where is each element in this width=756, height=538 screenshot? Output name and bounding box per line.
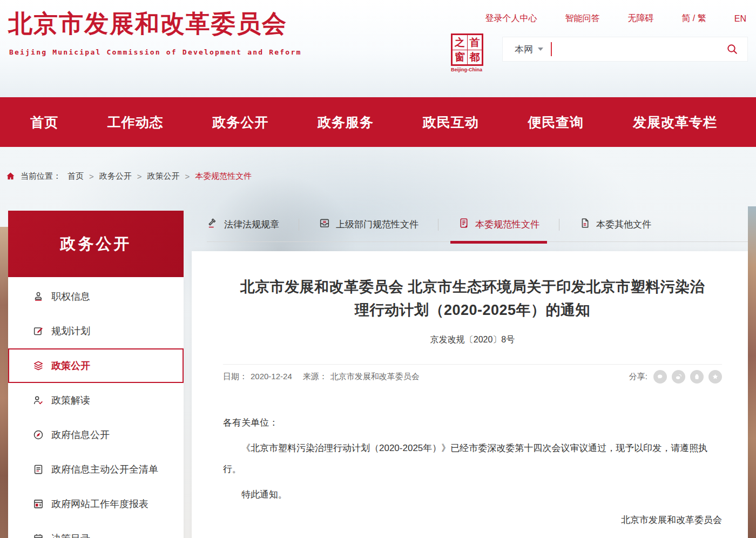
annual-report-icon (32, 498, 44, 510)
sidebar-menu: 职权信息 规划计划 政策公开 政策解读 (8, 277, 184, 538)
site-header: 北京市发展和改革委员会 Beijing Municipal Commission… (0, 0, 756, 97)
sidebar-item-label: 政策公开 (51, 359, 90, 372)
gavel-icon (207, 217, 219, 232)
share-toolbar: 分享: (629, 370, 722, 384)
page: 北京市发展和改革委员会 Beijing Municipal Commission… (0, 0, 756, 538)
file-icon (579, 217, 591, 232)
sidebar-item-decision-catalog[interactable]: 决策目录 (8, 521, 184, 538)
nav-item-government-services[interactable]: 政务服务 (318, 113, 374, 131)
nav-item-development-reform-column[interactable]: 发展改革专栏 (633, 113, 717, 131)
tab-divider (299, 219, 299, 231)
sidebar-item-authority-info[interactable]: 职权信息 (8, 279, 184, 314)
article-panel: 北京市发展和改革委员会 北京市生态环境局关于印发北京市塑料污染治理行动计划（20… (192, 251, 748, 538)
article-date: 2020-12-24 (251, 372, 292, 381)
home-icon[interactable] (5, 171, 16, 181)
sidebar-item-label: 政府信息主动公开全清单 (51, 463, 158, 476)
seal-char: 首 (467, 35, 482, 50)
favorite-star-icon[interactable] (708, 370, 722, 384)
weibo-icon[interactable] (672, 370, 685, 384)
search-input[interactable] (559, 38, 717, 60)
sidebar-item-policy-disclosure[interactable]: 政策公开 (8, 348, 184, 383)
link-login-personal-center[interactable]: 登录个人中心 (485, 13, 537, 24)
source-label: 来源： (303, 372, 327, 381)
date-label: 日期： (223, 372, 247, 381)
background-photo-right-edge (748, 206, 756, 538)
tab-committee-normative-docs[interactable]: 本委规范性文件 (458, 217, 539, 232)
sidebar-item-policy-interpretation[interactable]: 政策解读 (8, 383, 184, 418)
link-accessibility[interactable]: 无障碍 (627, 13, 653, 24)
tab-laws-regulations[interactable]: 法律法规规章 (207, 217, 279, 232)
nav-item-home[interactable]: 首页 (30, 113, 58, 131)
search-scope-label: 本网 (515, 43, 533, 56)
sidebar-item-planning[interactable]: 规划计划 (8, 314, 184, 348)
breadcrumb-item-government-disclosure[interactable]: 政务公开 (99, 171, 132, 181)
inbox-icon (319, 217, 330, 232)
breadcrumb-separator: > (137, 172, 142, 181)
article-title: 北京市发展和改革委员会 北京市生态环境局关于印发北京市塑料污染治理行动计划（20… (235, 275, 710, 322)
tab-committee-other-docs[interactable]: 本委其他文件 (579, 217, 651, 232)
breadcrumb-item-policy-disclosure[interactable]: 政策公开 (147, 171, 180, 181)
chevron-down-icon (538, 48, 543, 51)
sidebar-title: 政务公开 (8, 211, 184, 277)
article-meta: 日期：2020-12-24来源：北京市发展和改革委员会 分享: (223, 370, 722, 384)
tab-label: 本委规范性文件 (475, 218, 539, 231)
search-scope-select[interactable]: 本网 (503, 43, 543, 56)
search-icon[interactable] (717, 43, 747, 56)
nav-item-convenience-query[interactable]: 便民查询 (528, 113, 584, 131)
tab-divider (438, 219, 438, 231)
person-check-icon (32, 394, 44, 406)
nav-item-work-dynamics[interactable]: 工作动态 (107, 113, 164, 131)
document-number: 京发改规〔2020〕8号 (223, 334, 722, 346)
sidebar-item-label: 政策解读 (51, 394, 90, 407)
article-paragraph: 特此通知。 (223, 485, 722, 505)
breadcrumb-label: 当前位置： (21, 171, 61, 181)
sidebar-item-label: 政府信息公开 (51, 428, 110, 441)
sidebar-item-label: 决策目录 (51, 532, 90, 538)
nav-item-government-disclosure[interactable]: 政务公开 (212, 113, 268, 131)
utility-links: 登录个人中心 智能问答 无障碍 简 / 繁 EN (485, 13, 746, 24)
breadcrumb-item-current: 本委规范性文件 (195, 171, 252, 181)
tab-superior-normative-docs[interactable]: 上级部门规范性文件 (319, 217, 418, 232)
tab-divider (559, 219, 559, 231)
seal-char: 之 (453, 35, 467, 50)
sidebar: 政务公开 职权信息 规划计划 政策公开 (8, 211, 184, 538)
article-salutation: 各有关单位： (223, 413, 722, 433)
breadcrumb-separator: > (185, 172, 190, 181)
breadcrumb-separator: > (89, 172, 94, 181)
article-signature: 北京市发展和改革委员会 (223, 510, 722, 530)
article-paragraph: 《北京市塑料污染治理行动计划（2020-2025年）》已经市委深改委第十四次会议… (223, 438, 722, 479)
document-list-icon (32, 463, 44, 475)
compass-icon (32, 429, 44, 441)
link-simplified-traditional[interactable]: 简 / 繁 (681, 13, 706, 24)
breadcrumb-item-home[interactable]: 首页 (68, 171, 84, 181)
stamp-icon (32, 291, 44, 302)
main-content: 法律法规规章 上级部门规范性文件 本委规范性文件 (192, 217, 748, 538)
sidebar-item-government-info-disclosure[interactable]: 政府信息公开 (8, 418, 184, 452)
edit-icon (32, 325, 44, 337)
qq-icon[interactable] (690, 370, 704, 384)
sidebar-item-website-annual-report[interactable]: 政府网站工作年度报表 (8, 487, 184, 521)
sidebar-item-proactive-disclosure-list[interactable]: 政府信息主动公开全清单 (8, 452, 184, 487)
background-photo-left-edge (0, 227, 8, 538)
search-bar: 本网 (502, 37, 748, 62)
primary-nav: 首页 工作动态 政务公开 政务服务 政民互动 便民查询 发展改革专栏 (0, 97, 756, 147)
nav-item-public-interaction[interactable]: 政民互动 (423, 113, 479, 131)
document-icon (458, 217, 470, 232)
link-english[interactable]: EN (734, 14, 746, 24)
capital-window-seal-logo[interactable]: 之 首 窗 都 (451, 33, 483, 66)
tab-label: 本委其他文件 (596, 218, 651, 231)
seal-char: 窗 (453, 50, 467, 64)
sidebar-item-label: 职权信息 (51, 290, 90, 303)
search-divider (551, 42, 552, 56)
article-source: 北京市发展和改革委员会 (330, 372, 420, 381)
article-meta-left: 日期：2020-12-24来源：北京市发展和改革委员会 (223, 372, 423, 382)
wechat-icon[interactable] (653, 370, 667, 384)
seal-caption: Beijing-China (444, 67, 489, 72)
calendar-icon (32, 533, 44, 538)
site-logo-subtitle: Beijing Municipal Commission of Developm… (9, 48, 301, 56)
layers-icon (32, 360, 44, 372)
share-label: 分享: (629, 372, 647, 382)
article-body: 各有关单位： 《北京市塑料污染治理行动计划（2020-2025年）》已经市委深改… (223, 413, 722, 530)
link-smart-qa[interactable]: 智能问答 (565, 13, 599, 24)
breadcrumb: 当前位置： 首页 > 政务公开 > 政策公开 > 本委规范性文件 (5, 171, 252, 181)
